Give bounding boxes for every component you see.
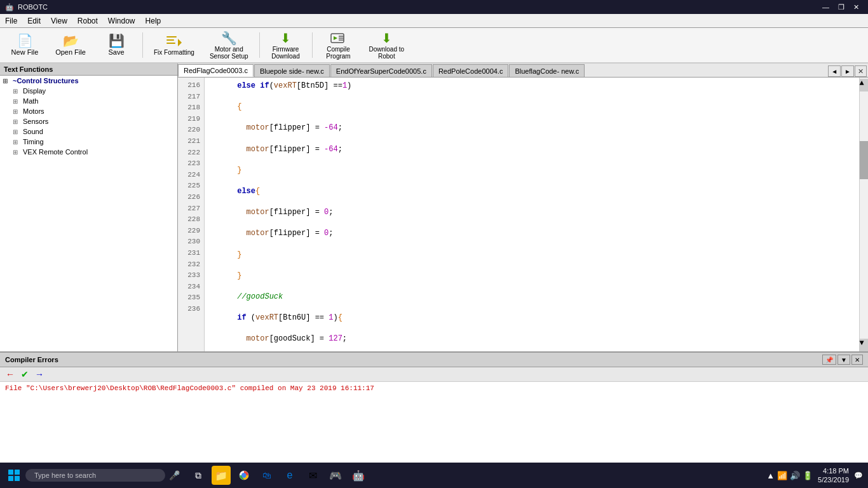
expand-icon: ⊞ (13, 128, 20, 135)
open-file-button[interactable]: 📂 Open File (48, 29, 93, 61)
title-bar-left: 🤖 ROBOTC (5, 3, 48, 11)
scroll-track[interactable] (860, 92, 868, 339)
toolbar-sep-3 (312, 32, 313, 58)
tab-redflagcode0003[interactable]: RedFlagCode0003.c (178, 64, 254, 77)
vex-remote-label: VEX Remote Control (23, 148, 88, 156)
display-label: Display (23, 87, 46, 95)
fix-formatting-icon (165, 34, 183, 49)
sidebar-item-motors[interactable]: ⊞ Motors (0, 106, 177, 116)
fix-formatting-label: Fix Formatting (154, 49, 194, 57)
svg-rect-1 (166, 39, 174, 41)
taskbar-app8[interactable]: 🤖 (349, 466, 368, 485)
expand-icon: ⊞ (3, 78, 10, 85)
new-file-icon: 📄 (17, 33, 33, 48)
sidebar-item-math[interactable]: ⊞ Math (0, 96, 177, 106)
svg-rect-2 (166, 43, 175, 44)
systray-battery[interactable]: 🔋 (803, 471, 813, 480)
taskbar-icons: ⧉ 📁 🛍 e ✉ 🎮 🤖 (184, 466, 373, 485)
sidebar-item-vex-remote[interactable]: ⊞ VEX Remote Control (0, 147, 177, 157)
editor-area: RedFlagCode0003.c Bluepole side- new.c E… (178, 64, 868, 351)
systray-sound[interactable]: 🔊 (790, 471, 800, 480)
scroll-up-button[interactable]: ▲ (860, 79, 869, 92)
compile-button[interactable]: CompileProgram (316, 29, 361, 61)
compiler-prev-error-button[interactable]: ← (4, 369, 17, 380)
sidebar-item-sensors[interactable]: ⊞ Sensors (0, 116, 177, 126)
restore-button[interactable]: ❒ (834, 1, 848, 13)
app-title: ROBOTC (18, 3, 48, 11)
taskbar-task-view[interactable]: ⧉ (189, 466, 208, 485)
taskbar-mic-icon[interactable]: 🎤 (165, 470, 184, 480)
tab-prev-button[interactable]: ◄ (828, 65, 841, 77)
toolbar-sep-2 (259, 32, 260, 58)
tab-endofyear[interactable]: EndOfYearSuperCode0005.c (330, 64, 432, 77)
motor-sensor-button[interactable]: 🔧 Motor andSensor Setup (203, 29, 255, 61)
compiler-pin-button[interactable]: 📌 (822, 355, 836, 365)
compiler-accept-button[interactable]: ✔ (19, 369, 31, 380)
expand-icon: ⊞ (13, 98, 20, 105)
taskbar-store[interactable]: 🛍 (257, 466, 276, 485)
taskbar-edge[interactable]: e (280, 466, 299, 485)
notification-button[interactable]: 💬 (854, 471, 863, 480)
compiler-next-error-button[interactable]: → (33, 369, 46, 380)
math-label: Math (23, 97, 38, 105)
tab-bluepole-side[interactable]: Bluepole side- new.c (254, 64, 330, 77)
scroll-thumb[interactable] (860, 141, 868, 179)
tab-blueflag[interactable]: BlueflagCode- new.c (509, 64, 585, 77)
taskbar-app7[interactable]: 🎮 (326, 466, 345, 485)
new-file-button[interactable]: 📄 New File (3, 29, 47, 61)
left-panel: Text Functions ⊞ ~Control Structures ⊞ D… (0, 64, 178, 351)
sidebar-item-display[interactable]: ⊞ Display (0, 86, 177, 96)
menu-window[interactable]: Window (103, 14, 140, 27)
sidebar-item-sound[interactable]: ⊞ Sound (0, 126, 177, 137)
open-file-label: Open File (55, 48, 86, 57)
code-editor[interactable]: 216 217 218 219 220 221 222 223 224 225 … (178, 78, 868, 351)
start-button[interactable] (3, 466, 25, 484)
taskbar-chrome[interactable] (234, 466, 254, 485)
close-button[interactable]: ✕ (850, 1, 863, 13)
menu-view[interactable]: View (46, 14, 72, 27)
taskbar-mail[interactable]: ✉ (303, 466, 322, 485)
code-content[interactable]: else if(vexRT[Btn5D] ==1) { motor[flippe… (205, 78, 859, 351)
title-bar-controls: — ❒ ✕ (818, 1, 863, 13)
tab-nav: ◄ ► ✕ (828, 65, 868, 77)
sidebar-item-control-structures[interactable]: ⊞ ~Control Structures (0, 76, 177, 86)
minimize-button[interactable]: — (818, 1, 833, 13)
sidebar-item-timing[interactable]: ⊞ Timing (0, 137, 177, 147)
clock[interactable]: 4:18 PM 5/23/2019 (818, 466, 849, 485)
svg-rect-10 (8, 476, 13, 481)
compiler-header: Compiler Errors 📌 ▼ ✕ (0, 353, 868, 367)
clock-time: 4:18 PM (823, 466, 849, 475)
timing-label: Timing (23, 138, 44, 146)
menu-robot[interactable]: Robot (72, 14, 103, 27)
compiler-close-button[interactable]: ✕ (851, 355, 863, 365)
compiler-collapse-button[interactable]: ▼ (837, 355, 850, 365)
compiler-toolbar: ← ✔ → (0, 367, 868, 382)
tab-close-button[interactable]: ✕ (855, 65, 867, 77)
systray: ▲ 📶 🔊 🔋 (766, 471, 813, 480)
compiler-title: Compiler Errors (5, 356, 58, 363)
scrollbar-right[interactable]: ▲ ▼ (859, 78, 868, 351)
taskbar-file-explorer[interactable]: 📁 (212, 466, 231, 485)
save-button[interactable]: 💾 Save (94, 29, 139, 61)
menu-bar: File Edit View Robot Window Help (0, 14, 868, 28)
systray-arrow[interactable]: ▲ (766, 471, 775, 480)
motors-label: Motors (23, 107, 44, 115)
compiler-content: File "C:\Users\brewerj20\Desktop\ROB\Red… (0, 382, 868, 463)
download-robot-button[interactable]: ⬇ Download toRobot (362, 29, 412, 61)
firmware-download-button[interactable]: ⬇ FirmwareDownload (264, 29, 308, 61)
compile-label: CompileProgram (326, 46, 350, 60)
menu-help[interactable]: Help (140, 14, 166, 27)
tab-next-button[interactable]: ► (841, 65, 854, 77)
fix-formatting-button[interactable]: Fix Formatting (147, 29, 201, 61)
menu-edit[interactable]: Edit (22, 14, 46, 27)
systray-network[interactable]: 📶 (777, 471, 787, 480)
scroll-down-button[interactable]: ▼ (860, 339, 869, 351)
save-icon: 💾 (109, 33, 125, 48)
tab-redpole[interactable]: RedPoleCode0004.c (433, 64, 509, 77)
svg-rect-11 (15, 476, 20, 481)
taskbar-search[interactable] (25, 469, 165, 482)
main-layout: Text Functions ⊞ ~Control Structures ⊞ D… (0, 64, 868, 351)
menu-file[interactable]: File (0, 14, 22, 27)
toolbar: 📄 New File 📂 Open File 💾 Save Fix Format… (0, 28, 868, 64)
compile-icon (330, 30, 348, 46)
